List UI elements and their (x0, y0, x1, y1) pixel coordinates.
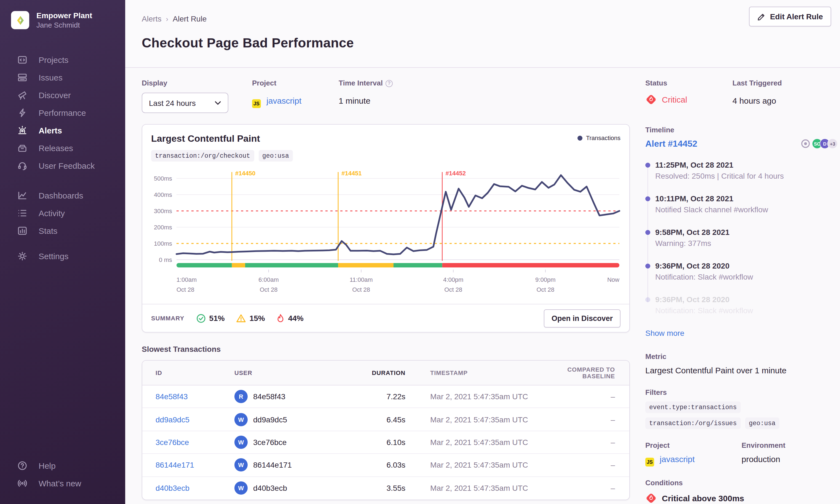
chart-plot-area[interactable]: 500ms400ms300ms200ms100ms0 ms#14450#1445… (142, 162, 629, 302)
breadcrumb-alerts[interactable]: Alerts (142, 14, 162, 23)
conditions-section: Conditions Critical above 300ms Slack #w… (645, 479, 838, 504)
project-detail-value: JS javascript (645, 454, 741, 467)
question-circle-icon[interactable]: ? (386, 80, 393, 87)
org-switcher[interactable]: Empower Plant Jane Schmidt (0, 0, 125, 30)
transaction-id-link[interactable]: dd9a9dc5 (156, 415, 190, 424)
user-id-text: 84e58f43 (253, 392, 285, 401)
baseline-cell: – (552, 415, 629, 424)
filter-pill: transaction:/org/issues (645, 417, 740, 429)
org-name: Empower Plant (36, 11, 92, 20)
transaction-id-link[interactable]: d40b3ecb (156, 484, 190, 493)
sidebar-item-label: Dashboards (39, 191, 83, 200)
sidebar-footer: Help What’s new (0, 456, 125, 492)
lcp-chart-card: Transactions Largest Contentful Paint tr… (142, 124, 630, 332)
timestamp-cell: Mar 2, 2021 5:47:35am UTC (405, 461, 552, 470)
svg-text:200ms: 200ms (154, 224, 172, 231)
empower-plant-logo-icon (14, 14, 26, 26)
sidebar-item-label: Alerts (39, 125, 62, 135)
org-logo (11, 11, 29, 29)
discover-telescope-icon (17, 89, 28, 101)
duration-cell: 6.03s (345, 461, 405, 470)
col-header-duration: DURATION (345, 370, 405, 376)
display-label: Display (142, 79, 228, 87)
svg-text:#14452: #14452 (446, 170, 466, 177)
transaction-id-link[interactable]: 3ce76bce (156, 438, 189, 447)
timeline-entry: 10:11PM, Oct 28 2021 Notified Slack chan… (655, 194, 838, 216)
alert-number-link[interactable]: Alert #14452 (645, 139, 697, 149)
nav-divider-gap (0, 174, 125, 186)
time-interval-value: 1 minute (339, 96, 393, 105)
timeline-avatars: SC D +3 (801, 139, 838, 149)
timeline-header: Alert #14452 SC D +3 (645, 139, 838, 149)
sidebar: Empower Plant Jane Schmidt Projects Issu… (0, 0, 125, 504)
edit-alert-rule-button[interactable]: Edit Alert Rule (749, 6, 831, 26)
last-triggered-label: Last Triggered (732, 79, 820, 87)
sidebar-item-projects[interactable]: Projects (0, 51, 125, 68)
meta-row: Display Last 24 hours Project JS javascr… (142, 79, 630, 113)
visibility-eye-icon[interactable] (801, 139, 810, 148)
left-column: Display Last 24 hours Project JS javascr… (142, 79, 630, 504)
transaction-id-link[interactable]: 84e58f43 (156, 392, 188, 401)
alerts-siren-icon (17, 125, 28, 136)
sidebar-item-releases[interactable]: Releases (0, 139, 125, 157)
projects-icon (17, 54, 28, 65)
sidebar-item-settings[interactable]: Settings (0, 247, 125, 265)
sidebar-item-discover[interactable]: Discover (0, 86, 125, 104)
sidebar-item-performance[interactable]: Performance (0, 104, 125, 121)
display-period-value: Last 24 hours (149, 98, 196, 107)
display-period-dropdown[interactable]: Last 24 hours (142, 93, 228, 113)
baseline-cell: – (552, 438, 629, 447)
sidebar-item-dashboards[interactable]: Dashboards (0, 186, 125, 204)
breadcrumb: Alerts › Alert Rule (142, 14, 749, 23)
status-label: Status (645, 79, 732, 87)
transaction-id-link[interactable]: 86144e171 (156, 461, 194, 470)
main-area: Edit Alert Rule Alerts › Alert Rule Chec… (125, 0, 840, 504)
project-label: Project (252, 79, 339, 87)
timeline-entry-description: Resolved: 250ms | Critical for 4 hours (655, 170, 838, 182)
duration-cell: 6.10s (345, 438, 405, 447)
col-header-baseline: COMPARED TO BASELINE (552, 366, 629, 379)
lcp-line-chart[interactable]: 500ms400ms300ms200ms100ms0 ms#14450#1445… (151, 165, 621, 300)
metric-label: Metric (645, 353, 838, 361)
sidebar-item-user-feedback[interactable]: User Feedback (0, 157, 125, 174)
timeline-entry: 11:25PM, Oct 28 2021 Resolved: 250ms | C… (655, 160, 838, 182)
chart-legend[interactable]: Transactions (578, 134, 621, 141)
metric-value: Largest Contentful Paint over 1 minute (645, 365, 838, 375)
slowest-transactions-table: ID USER DURATION TIMESTAMP COMPARED TO B… (142, 360, 630, 500)
baseline-cell: – (552, 461, 629, 470)
avatar-overflow-count[interactable]: +3 (827, 139, 838, 149)
status-value: Critical (645, 94, 732, 105)
sidebar-item-help[interactable]: Help (0, 456, 125, 474)
summary-warning: 15% (236, 313, 265, 323)
project-field: Project JS javascript (252, 79, 339, 113)
conditions-label: Conditions (645, 479, 838, 487)
project-detail-field: Project JS javascript (645, 441, 741, 467)
user-cell: W 3ce76bce (234, 436, 345, 449)
project-link[interactable]: javascript (266, 96, 301, 105)
user-feedback-headset-icon (17, 160, 28, 171)
performance-lightning-icon (17, 107, 28, 118)
filters-section: Filters event.type:transactionstransacti… (645, 388, 838, 429)
sidebar-item-issues[interactable]: Issues (0, 68, 125, 86)
show-more-link[interactable]: Show more (645, 329, 684, 338)
chevron-right-icon: › (166, 15, 168, 23)
open-in-discover-button[interactable]: Open in Discover (544, 309, 621, 327)
sidebar-item-label: Settings (39, 251, 68, 260)
summary-warning-pct: 15% (250, 314, 265, 323)
content-grid: Display Last 24 hours Project JS javascr… (125, 68, 840, 504)
sidebar-nav: Projects Issues Discover Performance Ale… (0, 51, 125, 265)
svg-text:Oct 28: Oct 28 (536, 286, 554, 293)
broadcast-icon (17, 478, 28, 489)
timeline-entry-time: 9:36PM, Oct 28 2020 (655, 261, 838, 271)
user-cell: R 84e58f43 (234, 390, 345, 403)
chevron-down-icon (215, 101, 221, 105)
svg-text:500ms: 500ms (154, 175, 172, 182)
sidebar-item-activity[interactable]: Activity (0, 204, 125, 222)
sidebar-item-stats[interactable]: Stats (0, 222, 125, 239)
project-detail-link[interactable]: javascript (660, 454, 695, 464)
duration-cell: 3.55s (345, 484, 405, 493)
timeline-entry-time: 11:25PM, Oct 28 2021 (655, 160, 838, 170)
sidebar-item-whats-new[interactable]: What’s new (0, 474, 125, 492)
svg-text:Oct 28: Oct 28 (352, 286, 370, 293)
sidebar-item-alerts[interactable]: Alerts (0, 121, 125, 139)
